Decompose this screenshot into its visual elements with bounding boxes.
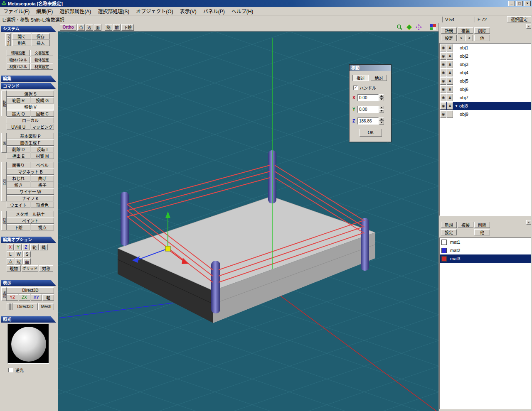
command-group-move-tab[interactable]: 移動 (1, 91, 7, 116)
object-panel-button[interactable]: 物体パネル (7, 57, 30, 63)
xy-view-button[interactable]: XY (31, 294, 42, 301)
x-spin-up-icon[interactable] (379, 94, 384, 98)
gizmo-center-handle[interactable] (165, 246, 170, 251)
menu-item-file[interactable]: ファイル(F) (0, 7, 33, 15)
object-other-button[interactable]: 他 (474, 35, 490, 41)
x-input[interactable]: 0.00 (357, 94, 379, 101)
command-group-edge-tab[interactable]: 辺点 (1, 162, 7, 201)
absolute-tab[interactable]: 絶対 (371, 75, 387, 81)
open-button[interactable]: 開く (12, 33, 31, 39)
select-command[interactable]: 選択 S (7, 91, 54, 97)
maximize-button[interactable]: □ (516, 1, 523, 6)
z-spin-up-icon[interactable] (379, 117, 384, 121)
delete-command[interactable]: 削除 D (7, 146, 30, 152)
menu-item-view[interactable]: 表示(V) (177, 7, 200, 15)
y-input[interactable]: 0.00 (357, 106, 379, 113)
view-mode-button[interactable]: Ortho (60, 24, 76, 31)
menu-item-selection-proc[interactable]: 選択部処理(S) (94, 7, 133, 15)
handle-checkbox[interactable]: ✓ (353, 86, 358, 90)
minimize-button[interactable]: _ (508, 1, 515, 6)
material-new-button[interactable]: 新規 (441, 222, 457, 228)
world-toggle[interactable]: W (15, 251, 22, 257)
lock-icon[interactable]: ♟ (447, 44, 453, 51)
material-duplicate-button[interactable]: 複製 (458, 222, 473, 228)
paint-command[interactable]: ペイント (7, 218, 54, 224)
renderer-button[interactable]: Direct3D (7, 287, 54, 294)
material-settings-button[interactable]: 設定 (441, 229, 457, 235)
object-new-button[interactable]: 新規 (441, 27, 457, 34)
view-color-icon[interactable] (430, 24, 436, 30)
mesh-toggle-button[interactable]: Mesh (38, 303, 54, 310)
scale-command[interactable]: 拡大 Q (7, 110, 30, 117)
object-next-button[interactable]: > (466, 35, 473, 41)
vertex-color-command[interactable]: 頂点色 (31, 202, 54, 208)
lock-icon[interactable]: ♟ (447, 61, 453, 68)
metaball-command[interactable]: メタボール粘土 (7, 211, 54, 217)
ring-model[interactable] (118, 150, 375, 323)
viewpoint-command[interactable]: 視点 (31, 224, 54, 230)
edge-toggle[interactable]: 辺 (15, 258, 22, 264)
object-row[interactable]: ◉♟obj5 (440, 77, 531, 85)
face-display-button[interactable]: 面 (94, 24, 101, 31)
range-toggle[interactable]: 範 (30, 244, 39, 250)
gizmo-y-arrow-icon[interactable] (165, 211, 170, 218)
material-delete-button[interactable]: 削除 (474, 222, 490, 228)
object-row[interactable]: ◉♟obj7 (440, 93, 531, 102)
z-input[interactable]: 186.86 (357, 117, 379, 125)
invert-command[interactable]: 反転 I (31, 146, 54, 152)
object-row[interactable]: ◉♟obj4 (440, 68, 531, 77)
rotate-view-icon[interactable] (406, 24, 412, 30)
lasso-toggle[interactable]: 縄 (39, 244, 48, 250)
bevel-command[interactable]: ベベル (31, 162, 54, 168)
local-command[interactable]: ローカル (7, 117, 54, 123)
relative-tab[interactable]: 相対 (352, 75, 369, 81)
menu-item-edit[interactable]: 編集(E) (33, 7, 56, 15)
light-sphere[interactable] (11, 327, 46, 362)
material-panel-button[interactable]: 材質パネル (7, 64, 30, 70)
mapping-command[interactable]: マッピング (31, 124, 54, 130)
lock-icon[interactable]: ♟ (447, 86, 453, 93)
axis-z-toggle[interactable]: Z (22, 244, 30, 250)
lock-icon[interactable]: ♟ (447, 52, 453, 60)
snap-object-toggle[interactable]: 現物 (7, 265, 21, 272)
object-row[interactable]: ◉♟obj3 (440, 60, 531, 68)
screen-toggle[interactable]: S (23, 251, 31, 257)
edge-display-button[interactable]: 辺 (86, 24, 93, 31)
primitive-command[interactable]: 基本図形 P (7, 133, 54, 139)
object-prev-button[interactable]: < (458, 35, 465, 41)
save-as-button[interactable]: 別名 (12, 40, 31, 46)
object-row[interactable]: ◉♟obj2 (440, 52, 531, 60)
material-settings-button[interactable]: 材質設定 (30, 64, 54, 70)
object-settings-button[interactable]: 設定 (441, 35, 457, 41)
lock-icon[interactable]: ♟ (447, 102, 453, 110)
object-row[interactable]: ◉♟obj1 (440, 44, 531, 52)
face-toggle[interactable]: 面 (23, 258, 31, 264)
material-command[interactable]: 材質 M (31, 153, 54, 159)
env-settings-button[interactable]: 環境設定 (7, 50, 30, 56)
handle-option[interactable]: ✓ ハンドル (353, 85, 376, 91)
object-row-selected[interactable]: ◉♟▼obj8 (440, 102, 531, 110)
knife-command[interactable]: ナイフ K (7, 195, 54, 201)
object-row[interactable]: ◉♟obj6 (440, 85, 531, 93)
axis-view-button[interactable]: 軸 (42, 294, 54, 301)
doc-settings-button[interactable]: 文書設定 (30, 50, 54, 56)
shading-mode-button[interactable]: Direct3D (13, 303, 38, 310)
underlay-command[interactable]: 下絵 (7, 224, 30, 230)
visibility-icon[interactable]: ◉ (440, 69, 446, 76)
zx-view-button[interactable]: ZX (19, 294, 30, 301)
axis-y-toggle[interactable]: Y (15, 244, 22, 250)
menu-item-help[interactable]: ヘルプ(H) (228, 7, 257, 15)
visibility-icon[interactable]: ◉ (440, 44, 446, 51)
point-toggle[interactable]: 点 (7, 258, 14, 264)
tilt-command[interactable]: 傾き (7, 182, 30, 188)
material-row[interactable]: mat2 (440, 246, 531, 254)
command-group-special-tab[interactable]: 特殊 (1, 211, 7, 230)
create-face-command[interactable]: 面の生成 F (7, 139, 54, 146)
lasso-command[interactable]: 投縄 G (31, 97, 54, 103)
object-duplicate-button[interactable]: 複製 (458, 27, 473, 34)
visibility-icon[interactable]: ◉ (440, 86, 446, 93)
axis-x-toggle[interactable]: X (7, 244, 14, 250)
ok-button[interactable]: OK (360, 129, 382, 137)
move-dialog-titlebar[interactable]: 移動 (350, 65, 391, 71)
insert-button[interactable]: 挿入 (32, 40, 50, 46)
